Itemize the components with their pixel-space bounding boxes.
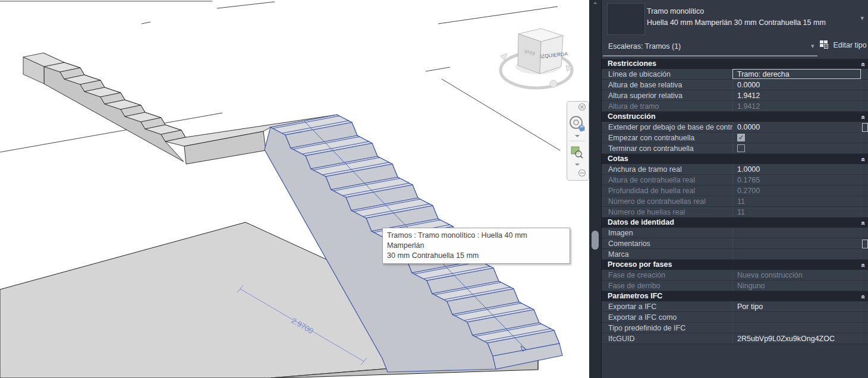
property-value[interactable]: Nueva construcción [732,270,861,280]
section-header[interactable]: Parámetros IFC« [602,291,868,301]
viewcube[interactable]: IZQUIERDA ESTE [501,29,573,88]
property-value[interactable] [732,312,861,322]
property-label: Marca [602,249,732,259]
navigation-bar[interactable] [567,101,589,181]
associate-parameter-button[interactable] [862,123,868,132]
section-header[interactable]: Datos de identidad« [602,218,868,228]
associate-parameter-cell [861,312,868,322]
property-label: Número de huellas real [602,207,732,217]
zoom-menu-chevron-icon[interactable] [575,163,580,166]
property-value[interactable]: 2R5ubVp9L0Zxu9kOng4ZOC [732,333,861,344]
section-header[interactable]: Cotas« [602,154,868,164]
minimize-icon[interactable] [579,170,586,177]
property-row[interactable]: Extender por debajo de base de contr...0… [602,122,868,133]
property-value[interactable]: 0.2700 [732,185,861,196]
property-row[interactable]: Fase de creaciónNueva construcción [602,270,868,281]
property-row[interactable]: Imagen [602,228,868,238]
element-filter-label[interactable]: Escaleras: Tramos (1) [608,42,681,51]
checkbox-unchecked[interactable] [737,144,745,152]
property-label: Exportar a IFC como [602,312,732,322]
zoom-region-icon[interactable] [571,147,583,158]
property-value[interactable] [732,323,861,333]
property-value[interactable]: Por tipo [732,301,861,311]
property-label: IfcGUID [602,333,732,344]
property-row[interactable]: Exportar a IFC como [602,312,868,323]
section-collapse-icon[interactable]: « [858,263,868,267]
property-value[interactable]: 1.9412 [732,101,861,111]
property-value[interactable] [732,143,861,153]
navigation-wheel-icon[interactable] [570,116,584,131]
property-row[interactable]: Línea de ubicaciónTramo: derecha [602,69,868,80]
scrollbar-up-icon[interactable]: ⌃ [589,0,601,11]
section-header[interactable]: Restricciones« [602,59,868,69]
section-collapse-icon[interactable]: « [858,62,868,67]
section-header[interactable]: Proceso por fases« [602,260,868,270]
checkbox-checked[interactable]: ✓ [737,134,745,141]
property-value[interactable]: ✓ [732,133,861,143]
property-value[interactable] [732,238,861,248]
section-collapse-icon[interactable]: « [858,158,868,162]
property-row[interactable]: Número de contrahuellas real11 [602,196,868,207]
property-value[interactable] [732,228,861,238]
associate-parameter-cell [861,281,868,291]
section-title: Restricciones [608,59,656,68]
associate-parameter-cell [861,185,868,196]
property-row[interactable]: Marca [602,249,868,260]
property-value[interactable]: 11 [732,196,861,206]
property-row[interactable]: IfcGUID2R5ubVp9L0Zxu9kOng4ZOC [602,333,868,344]
property-value[interactable]: 0.0000 [732,122,861,132]
property-row[interactable]: Comentarios [602,238,868,249]
wheel-menu-chevron-icon[interactable] [575,135,580,137]
property-row[interactable]: Terminar con contrahuella [602,143,868,154]
associate-parameter-cell [861,80,868,90]
type-selector[interactable]: Tramo monolítico Huella 40 mm Mamperlán … [602,0,868,37]
type-name: Huella 40 mm Mamperlán 30 mm Contrahuell… [647,17,853,29]
section-title: Construcción [608,112,656,121]
property-value[interactable]: 1.9412 [732,90,861,100]
section-collapse-icon[interactable]: « [858,295,868,299]
type-selector-text: Tramo monolítico Huella 40 mm Mamperlán … [647,6,853,29]
property-label: Imagen [602,228,732,238]
edit-type-button[interactable]: Editar tipo [819,40,868,54]
property-row[interactable]: Empezar con contrahuella✓ [602,133,868,143]
viewcube-compass-south[interactable] [550,80,557,87]
associate-parameter-cell [861,133,868,143]
section-collapse-icon[interactable]: « [858,221,868,225]
property-label: Altura superior relativa [602,90,732,100]
viewport-scrollbar[interactable]: ⌃ [589,0,601,378]
associate-parameter-cell [861,69,868,79]
associate-parameter-cell [861,143,868,153]
property-value[interactable]: 0.1765 [732,175,861,185]
type-selector-chevron-icon[interactable]: ▾ [860,14,864,22]
property-row[interactable]: Anchura de tramo real1.0000 [602,164,868,175]
property-row[interactable]: Altura de tramo1.9412 [602,101,868,112]
filter-chevron-icon[interactable]: ▾ [811,42,814,50]
section-collapse-icon[interactable]: « [858,115,868,119]
section-header[interactable]: Construcción« [602,112,868,122]
property-row[interactable]: Altura superior relativa1.9412 [602,90,868,101]
associate-parameter-cell [861,122,868,132]
property-value[interactable]: 0.0000 [732,80,861,90]
property-value[interactable]: 1.0000 [732,164,861,174]
associate-parameter-cell [861,90,868,100]
property-row[interactable]: Exportar a IFCPor tipo [602,301,868,312]
property-row[interactable]: Tipo predefinido de IFC [602,323,868,333]
associate-parameter-button[interactable] [862,240,868,248]
property-value[interactable]: Tramo: derecha [732,69,861,79]
close-icon[interactable] [579,104,586,111]
scene-svg[interactable]: 2.9700 1.0000 [0,0,589,378]
property-value[interactable]: 11 [732,207,861,217]
property-value[interactable] [732,249,861,259]
property-value[interactable]: Ninguno [732,281,861,291]
property-row[interactable]: Número de huellas real11 [602,207,868,218]
upper-flight[interactable] [23,53,185,162]
property-label: Altura de contrahuella real [602,175,732,185]
property-row[interactable]: Profundidad de huella real0.2700 [602,185,868,196]
associate-parameter-cell [861,323,868,333]
scrollbar-thumb[interactable] [592,231,599,250]
property-row[interactable]: Fase de derriboNinguno [602,281,868,291]
property-row[interactable]: Altura de contrahuella real0.1765 [602,175,868,185]
3d-viewport[interactable]: 2.9700 1.0000 [0,0,589,378]
property-row[interactable]: Altura de base relativa0.0000 [602,80,868,90]
section-title: Cotas [608,155,628,163]
